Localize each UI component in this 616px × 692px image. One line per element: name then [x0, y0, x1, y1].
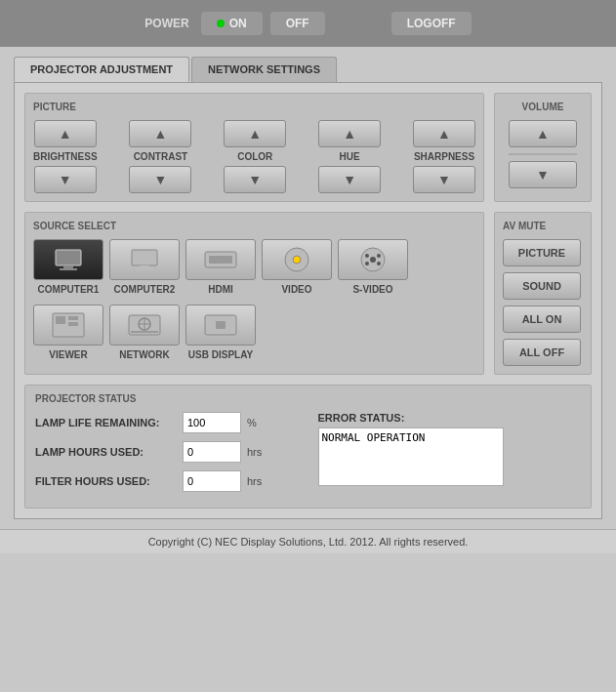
svg-point-9 — [293, 256, 301, 264]
middle-row: SOURCE SELECT COMPUTER1 COMPUTER2 — [24, 212, 592, 375]
network-label: NETWORK — [119, 349, 170, 360]
svideo-icon — [338, 239, 408, 280]
error-status-label: ERROR STATUS: — [318, 412, 582, 424]
panel-area: PICTURE ▲ BRIGHTNESS ▼ ▲ CONTRAST ▼ ▲ CO — [14, 82, 602, 519]
footer: Copyright (C) NEC Display Solutions, Ltd… — [0, 529, 616, 553]
projector-status-section: PROJECTOR STATUS LAMP LIFE REMAINING: % … — [24, 385, 592, 509]
main-content: PROJECTOR ADJUSTMENT NETWORK SETTINGS PI… — [0, 47, 616, 529]
hue-down-button[interactable]: ▼ — [318, 166, 381, 193]
svg-point-14 — [377, 262, 381, 265]
top-row: PICTURE ▲ BRIGHTNESS ▼ ▲ CONTRAST ▼ ▲ CO — [24, 93, 592, 202]
video-icon — [262, 239, 332, 280]
contrast-down-button[interactable]: ▼ — [129, 166, 191, 193]
tab-projector-adjustment[interactable]: PROJECTOR ADJUSTMENT — [14, 57, 189, 82]
picture-section: PICTURE ▲ BRIGHTNESS ▼ ▲ CONTRAST ▼ ▲ CO — [24, 93, 484, 202]
hue-up-button[interactable]: ▲ — [318, 120, 381, 147]
source-section: SOURCE SELECT COMPUTER1 COMPUTER2 — [24, 212, 484, 375]
color-label: COLOR — [237, 151, 272, 162]
network-icon — [109, 305, 180, 346]
footer-text: Copyright (C) NEC Display Solutions, Ltd… — [148, 536, 469, 548]
lamp-hours-unit: hrs — [247, 446, 262, 458]
svideo-label: S-VIDEO — [352, 284, 392, 295]
volume-controls: ▲ ▼ — [503, 120, 583, 188]
contrast-label: CONTRAST — [134, 151, 188, 162]
power-bar: POWER ON OFF LOGOFF — [0, 0, 616, 47]
lamp-life-input[interactable] — [183, 412, 241, 433]
computer1-icon — [33, 239, 103, 280]
sharpness-ctrl: ▲ SHARPNESS ▼ — [413, 120, 475, 193]
av-mute-all-off-button[interactable]: ALL OFF — [503, 339, 581, 366]
volume-section: VOLUME ▲ ▼ — [494, 93, 592, 202]
av-mute-controls: PICTURE SOUND ALL ON ALL OFF — [503, 239, 583, 366]
av-mute-title: AV MUTE — [503, 221, 583, 231]
power-off-button[interactable]: OFF — [270, 12, 325, 35]
brightness-down-button[interactable]: ▼ — [34, 166, 97, 193]
source-computer1[interactable]: COMPUTER1 — [33, 239, 103, 295]
filter-hours-input[interactable] — [183, 470, 241, 492]
av-mute-section: AV MUTE PICTURE SOUND ALL ON ALL OFF — [494, 212, 592, 375]
lamp-hours-label: LAMP HOURS USED: — [35, 446, 177, 458]
tab-network-settings[interactable]: NETWORK SETTINGS — [191, 57, 337, 82]
status-right: ERROR STATUS: NORMAL OPERATION — [318, 412, 582, 500]
lamp-hours-field: LAMP HOURS USED: hrs — [35, 441, 299, 463]
source-video[interactable]: VIDEO — [262, 239, 332, 295]
av-mute-picture-button[interactable]: PICTURE — [503, 239, 581, 266]
hue-label: HUE — [340, 151, 360, 162]
sharpness-up-button[interactable]: ▲ — [413, 120, 475, 147]
volume-title: VOLUME — [522, 102, 564, 112]
viewer-icon — [33, 305, 103, 346]
svg-rect-7 — [209, 256, 232, 264]
lamp-life-label: LAMP LIFE REMAINING: — [35, 417, 177, 428]
computer2-label: COMPUTER2 — [114, 284, 176, 295]
hue-ctrl: ▲ HUE ▼ — [318, 120, 381, 193]
svg-rect-19 — [68, 322, 78, 326]
source-hdmi[interactable]: HDMI — [185, 239, 256, 295]
power-on-label: ON — [229, 17, 247, 30]
filter-hours-field: FILTER HOURS USED: hrs — [35, 470, 299, 492]
brightness-ctrl: ▲ BRIGHTNESS ▼ — [33, 120, 98, 193]
svg-point-11 — [365, 254, 369, 258]
status-left: LAMP LIFE REMAINING: % LAMP HOURS USED: … — [35, 412, 299, 500]
color-up-button[interactable]: ▲ — [224, 120, 286, 147]
sharpness-down-button[interactable]: ▼ — [413, 166, 475, 193]
source-computer2[interactable]: COMPUTER2 — [109, 239, 180, 295]
picture-controls: ▲ BRIGHTNESS ▼ ▲ CONTRAST ▼ ▲ COLOR ▼ — [33, 120, 475, 193]
power-on-indicator — [217, 20, 225, 27]
source-viewer[interactable]: VIEWER — [33, 305, 103, 360]
source-title: SOURCE SELECT — [33, 221, 475, 231]
svg-rect-5 — [136, 268, 153, 270]
source-network[interactable]: NETWORK — [109, 305, 180, 360]
av-mute-all-on-button[interactable]: ALL ON — [503, 305, 581, 333]
svg-rect-26 — [216, 321, 226, 329]
volume-divider — [509, 153, 577, 155]
lamp-life-unit: % — [247, 417, 257, 428]
error-status-textarea: NORMAL OPERATION — [318, 427, 504, 486]
brightness-up-button[interactable]: ▲ — [34, 120, 97, 147]
volume-up-button[interactable]: ▲ — [509, 120, 577, 147]
svg-rect-0 — [56, 250, 81, 265]
color-down-button[interactable]: ▼ — [224, 166, 286, 193]
source-svideo[interactable]: S-VIDEO — [338, 239, 408, 295]
color-ctrl: ▲ COLOR ▼ — [224, 120, 286, 193]
logoff-button[interactable]: LOGOFF — [391, 12, 472, 35]
computer1-label: COMPUTER1 — [38, 284, 100, 295]
svg-point-13 — [365, 262, 369, 265]
usb-display-icon — [185, 305, 256, 346]
filter-hours-unit: hrs — [247, 475, 262, 487]
filter-hours-label: FILTER HOURS USED: — [35, 475, 177, 487]
power-label: POWER — [144, 17, 188, 30]
status-row: LAMP LIFE REMAINING: % LAMP HOURS USED: … — [35, 412, 581, 500]
lamp-hours-input[interactable] — [183, 441, 241, 463]
source-grid-top: COMPUTER1 COMPUTER2 HDMI — [33, 239, 475, 295]
volume-down-button[interactable]: ▼ — [509, 161, 577, 188]
svg-rect-17 — [56, 316, 65, 324]
source-grid-bottom: VIEWER NETWORK USB DISPLAY — [33, 305, 475, 360]
contrast-up-button[interactable]: ▲ — [129, 120, 191, 147]
av-mute-sound-button[interactable]: SOUND — [503, 272, 581, 300]
video-label: VIDEO — [281, 284, 311, 295]
hdmi-icon — [185, 239, 256, 280]
source-usb-display[interactable]: USB DISPLAY — [185, 305, 256, 360]
power-on-button[interactable]: ON — [201, 12, 263, 35]
tabs: PROJECTOR ADJUSTMENT NETWORK SETTINGS — [14, 57, 602, 82]
viewer-label: VIEWER — [49, 349, 87, 360]
